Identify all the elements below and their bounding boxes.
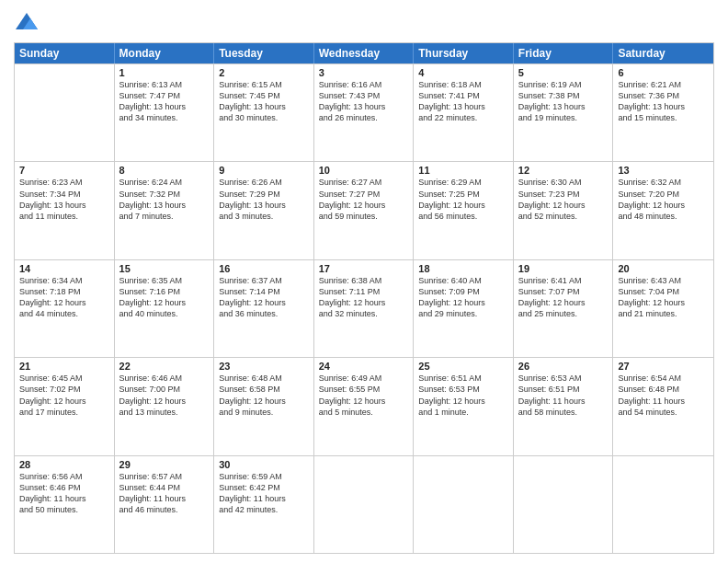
- cell-date: 17: [319, 263, 409, 274]
- cal-cell: 7Sunrise: 6:23 AM Sunset: 7:34 PM Daylig…: [15, 162, 115, 259]
- cal-cell: 18Sunrise: 6:40 AM Sunset: 7:09 PM Dayli…: [414, 260, 514, 357]
- cell-date: 4: [418, 67, 508, 78]
- cell-date: 10: [319, 165, 409, 176]
- cal-cell: 2Sunrise: 6:15 AM Sunset: 7:45 PM Daylig…: [214, 64, 314, 161]
- cal-cell: 27Sunrise: 6:54 AM Sunset: 6:48 PM Dayli…: [613, 358, 713, 454]
- cal-cell: 30Sunrise: 6:59 AM Sunset: 6:42 PM Dayli…: [214, 456, 314, 553]
- cell-info: Sunrise: 6:49 AM Sunset: 6:55 PM Dayligh…: [319, 373, 409, 418]
- cell-date: 18: [418, 263, 508, 274]
- cell-info: Sunrise: 6:16 AM Sunset: 7:43 PM Dayligh…: [319, 79, 409, 124]
- cell-date: 20: [618, 263, 709, 274]
- cell-info: Sunrise: 6:51 AM Sunset: 6:53 PM Dayligh…: [418, 373, 508, 418]
- cal-cell: 20Sunrise: 6:43 AM Sunset: 7:04 PM Dayli…: [613, 260, 713, 357]
- week-row-5: 28Sunrise: 6:56 AM Sunset: 6:46 PM Dayli…: [15, 455, 713, 553]
- cal-cell: 16Sunrise: 6:37 AM Sunset: 7:14 PM Dayli…: [214, 260, 314, 357]
- week-row-4: 21Sunrise: 6:45 AM Sunset: 7:02 PM Dayli…: [15, 357, 713, 454]
- cell-date: 24: [319, 361, 409, 372]
- header-day-thursday: Thursday: [414, 43, 514, 63]
- cell-date: 3: [319, 67, 409, 78]
- cell-info: Sunrise: 6:54 AM Sunset: 6:48 PM Dayligh…: [618, 373, 709, 418]
- cell-info: Sunrise: 6:59 AM Sunset: 6:42 PM Dayligh…: [219, 471, 309, 516]
- cell-info: Sunrise: 6:23 AM Sunset: 7:34 PM Dayligh…: [19, 177, 109, 222]
- cal-cell: [514, 456, 614, 553]
- cell-info: Sunrise: 6:18 AM Sunset: 7:41 PM Dayligh…: [418, 79, 508, 124]
- cell-info: Sunrise: 6:32 AM Sunset: 7:20 PM Dayligh…: [618, 177, 709, 222]
- cell-date: 28: [19, 459, 109, 470]
- header-day-tuesday: Tuesday: [214, 43, 314, 63]
- cal-cell: 25Sunrise: 6:51 AM Sunset: 6:53 PM Dayli…: [414, 358, 514, 454]
- cal-cell: 12Sunrise: 6:30 AM Sunset: 7:23 PM Dayli…: [514, 162, 614, 259]
- logo-icon: [14, 9, 40, 35]
- cell-info: Sunrise: 6:46 AM Sunset: 7:00 PM Dayligh…: [119, 373, 210, 418]
- cal-cell: 24Sunrise: 6:49 AM Sunset: 6:55 PM Dayli…: [314, 358, 415, 454]
- cell-info: Sunrise: 6:19 AM Sunset: 7:38 PM Dayligh…: [518, 79, 609, 124]
- cell-date: 14: [19, 263, 109, 274]
- cell-date: 23: [219, 361, 309, 372]
- cell-date: 7: [19, 165, 109, 176]
- header-day-friday: Friday: [514, 43, 614, 63]
- cell-info: Sunrise: 6:21 AM Sunset: 7:36 PM Dayligh…: [618, 79, 709, 124]
- cal-cell: 3Sunrise: 6:16 AM Sunset: 7:43 PM Daylig…: [314, 64, 415, 161]
- cell-date: 25: [418, 361, 508, 372]
- header-day-monday: Monday: [115, 43, 215, 63]
- cell-info: Sunrise: 6:56 AM Sunset: 6:46 PM Dayligh…: [19, 471, 109, 516]
- cal-cell: 13Sunrise: 6:32 AM Sunset: 7:20 PM Dayli…: [613, 162, 713, 259]
- cal-cell: 8Sunrise: 6:24 AM Sunset: 7:32 PM Daylig…: [115, 162, 215, 259]
- logo: [14, 9, 43, 35]
- cell-info: Sunrise: 6:30 AM Sunset: 7:23 PM Dayligh…: [518, 177, 609, 222]
- cell-date: 16: [219, 263, 309, 274]
- cal-cell: 29Sunrise: 6:57 AM Sunset: 6:44 PM Dayli…: [115, 456, 215, 553]
- week-row-2: 7Sunrise: 6:23 AM Sunset: 7:34 PM Daylig…: [15, 161, 713, 259]
- cell-date: 12: [518, 165, 609, 176]
- calendar: SundayMondayTuesdayWednesdayThursdayFrid…: [14, 42, 714, 554]
- cal-cell: 28Sunrise: 6:56 AM Sunset: 6:46 PM Dayli…: [15, 456, 115, 553]
- header-day-wednesday: Wednesday: [314, 43, 415, 63]
- cal-cell: 11Sunrise: 6:29 AM Sunset: 7:25 PM Dayli…: [414, 162, 514, 259]
- cell-date: 9: [219, 165, 309, 176]
- cal-cell: [15, 64, 115, 161]
- cell-date: 19: [518, 263, 609, 274]
- cal-cell: 6Sunrise: 6:21 AM Sunset: 7:36 PM Daylig…: [613, 64, 713, 161]
- cal-cell: 14Sunrise: 6:34 AM Sunset: 7:18 PM Dayli…: [15, 260, 115, 357]
- cell-info: Sunrise: 6:35 AM Sunset: 7:16 PM Dayligh…: [119, 275, 210, 320]
- week-row-1: 1Sunrise: 6:13 AM Sunset: 7:47 PM Daylig…: [15, 63, 713, 161]
- cell-info: Sunrise: 6:15 AM Sunset: 7:45 PM Dayligh…: [219, 79, 309, 124]
- cal-cell: 4Sunrise: 6:18 AM Sunset: 7:41 PM Daylig…: [414, 64, 514, 161]
- week-row-3: 14Sunrise: 6:34 AM Sunset: 7:18 PM Dayli…: [15, 259, 713, 357]
- cal-cell: 21Sunrise: 6:45 AM Sunset: 7:02 PM Dayli…: [15, 358, 115, 454]
- cell-info: Sunrise: 6:29 AM Sunset: 7:25 PM Dayligh…: [418, 177, 508, 222]
- cell-info: Sunrise: 6:41 AM Sunset: 7:07 PM Dayligh…: [518, 275, 609, 320]
- cal-cell: 17Sunrise: 6:38 AM Sunset: 7:11 PM Dayli…: [314, 260, 415, 357]
- cell-info: Sunrise: 6:45 AM Sunset: 7:02 PM Dayligh…: [19, 373, 109, 418]
- cal-cell: 26Sunrise: 6:53 AM Sunset: 6:51 PM Dayli…: [514, 358, 614, 454]
- cell-info: Sunrise: 6:27 AM Sunset: 7:27 PM Dayligh…: [319, 177, 409, 222]
- cell-date: 29: [119, 459, 210, 470]
- cell-info: Sunrise: 6:48 AM Sunset: 6:58 PM Dayligh…: [219, 373, 309, 418]
- cell-info: Sunrise: 6:13 AM Sunset: 7:47 PM Dayligh…: [119, 79, 210, 124]
- cell-info: Sunrise: 6:38 AM Sunset: 7:11 PM Dayligh…: [319, 275, 409, 320]
- header: [14, 9, 714, 35]
- cell-info: Sunrise: 6:34 AM Sunset: 7:18 PM Dayligh…: [19, 275, 109, 320]
- cell-date: 26: [518, 361, 609, 372]
- cell-info: Sunrise: 6:43 AM Sunset: 7:04 PM Dayligh…: [618, 275, 709, 320]
- cal-cell: 22Sunrise: 6:46 AM Sunset: 7:00 PM Dayli…: [115, 358, 215, 454]
- cal-cell: 23Sunrise: 6:48 AM Sunset: 6:58 PM Dayli…: [214, 358, 314, 454]
- header-day-saturday: Saturday: [613, 43, 713, 63]
- page: SundayMondayTuesdayWednesdayThursdayFrid…: [0, 0, 728, 563]
- header-day-sunday: Sunday: [15, 43, 115, 63]
- cal-cell: 10Sunrise: 6:27 AM Sunset: 7:27 PM Dayli…: [314, 162, 415, 259]
- cal-cell: 19Sunrise: 6:41 AM Sunset: 7:07 PM Dayli…: [514, 260, 614, 357]
- cell-info: Sunrise: 6:24 AM Sunset: 7:32 PM Dayligh…: [119, 177, 210, 222]
- cell-date: 27: [618, 361, 709, 372]
- cell-date: 2: [219, 67, 309, 78]
- cell-info: Sunrise: 6:26 AM Sunset: 7:29 PM Dayligh…: [219, 177, 309, 222]
- cell-date: 15: [119, 263, 210, 274]
- cell-info: Sunrise: 6:57 AM Sunset: 6:44 PM Dayligh…: [119, 471, 210, 516]
- cell-date: 8: [119, 165, 210, 176]
- cell-date: 5: [518, 67, 609, 78]
- cal-cell: [314, 456, 415, 553]
- cell-date: 6: [618, 67, 709, 78]
- cal-cell: 15Sunrise: 6:35 AM Sunset: 7:16 PM Dayli…: [115, 260, 215, 357]
- cal-cell: 9Sunrise: 6:26 AM Sunset: 7:29 PM Daylig…: [214, 162, 314, 259]
- cal-cell: 1Sunrise: 6:13 AM Sunset: 7:47 PM Daylig…: [115, 64, 215, 161]
